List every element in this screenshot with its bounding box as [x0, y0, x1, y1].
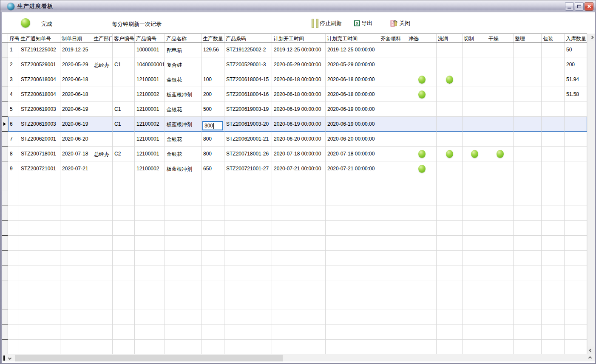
cell-cut[interactable] — [463, 102, 487, 117]
cell-seq[interactable]: 8 — [8, 147, 19, 161]
cell-barcode[interactable]: STZ200718001-26 — [224, 147, 272, 161]
table-row[interactable]: 3STZ2006180042020-06-1812100001金银花100STZ… — [2, 72, 587, 87]
cell-plan_start[interactable]: 2020-06-20 00:00:00 — [272, 132, 326, 147]
empty-row[interactable] — [2, 191, 587, 206]
cell-cut[interactable] — [463, 147, 487, 161]
cell-inbound_qty[interactable] — [565, 161, 587, 176]
cell-order_date[interactable]: 2020-07-18 — [60, 147, 92, 161]
scroll-up-button[interactable] — [587, 34, 595, 41]
cell-order_date[interactable]: 2019-12-25 — [60, 42, 92, 57]
cell-wash[interactable] — [437, 132, 463, 147]
cell-inbound_qty[interactable]: 50 — [565, 42, 587, 57]
empty-row[interactable] — [2, 280, 587, 295]
table-row[interactable]: 6STZ2006190032020-06-19C112100002板蓝根冲剂30… — [2, 117, 587, 132]
cell-order_date[interactable]: 2020-06-18 — [60, 87, 92, 102]
cell-plan_finish[interactable]: 2020-06-20 00:00:00 — [326, 132, 379, 147]
cell-pack[interactable] — [542, 57, 565, 72]
cell-qty[interactable]: 500 — [202, 102, 224, 117]
close-window-button[interactable]: 关闭 — [390, 17, 410, 29]
cell-inbound_qty[interactable]: 51.58 — [565, 87, 587, 102]
cell-barcode[interactable]: STZ200618004-16 — [224, 87, 272, 102]
cell-plan_start[interactable]: 2020-06-19 00:00:00 — [272, 117, 326, 132]
cell-dept[interactable] — [92, 117, 113, 132]
cell-plan_start[interactable]: 2020-06-18 00:00:00 — [272, 87, 326, 102]
cell-pack[interactable] — [542, 102, 565, 117]
cell-inbound_qty[interactable]: 51.94 — [565, 72, 587, 87]
cell-seq[interactable]: 2 — [8, 57, 19, 72]
cell-plan_start[interactable]: 2020-05-29 00:00:00 — [272, 57, 326, 72]
cell-qty[interactable]: 100 — [202, 72, 224, 87]
cell-product_name[interactable]: 金银花 — [165, 72, 202, 87]
cell-dry[interactable] — [487, 72, 514, 87]
cell-pick[interactable] — [379, 102, 407, 117]
cell-customer[interactable]: C1 — [113, 102, 135, 117]
cell-customer[interactable]: C2 — [113, 147, 135, 161]
cell-product_no[interactable]: 12100002 — [135, 161, 165, 176]
cell-product_no[interactable]: 12100001 — [135, 72, 165, 87]
cell-seq[interactable]: 7 — [8, 132, 19, 147]
cell-product_no[interactable]: 12100002 — [135, 87, 165, 102]
table-row[interactable]: 4STZ2006180042020-06-1812100002板蓝根冲剂200S… — [2, 87, 587, 102]
cell-barcode[interactable]: STZ200620001-21 — [224, 132, 272, 147]
cell-notice_no[interactable]: STZ200620001 — [19, 132, 60, 147]
table-row[interactable]: 1STZ1912250022019-12-2510000001配电箱129.56… — [2, 42, 587, 57]
cell-pack[interactable] — [542, 72, 565, 87]
cell-product_no[interactable]: 10000001 — [135, 42, 165, 57]
empty-row[interactable] — [2, 206, 587, 221]
column-header-customer[interactable]: 客户编号 — [113, 34, 135, 42]
cell-barcode[interactable]: STZ200529001-3 — [224, 57, 272, 72]
cell-arrange[interactable] — [514, 161, 542, 176]
cell-qty[interactable]: 300 — [202, 117, 224, 132]
cell-cut[interactable] — [463, 42, 487, 57]
cell-dept[interactable] — [92, 161, 113, 176]
cell-plan_start[interactable]: 2020-07-18 00:00:00 — [272, 147, 326, 161]
column-header-cut[interactable]: 切制 — [463, 34, 487, 42]
cell-inbound_qty[interactable] — [565, 117, 587, 132]
cell-inbound_qty[interactable] — [565, 132, 587, 147]
cell-seq[interactable]: 3 — [8, 72, 19, 87]
cell-plan_start[interactable]: 2020-06-19 00:00:00 — [272, 102, 326, 117]
cell-customer[interactable] — [113, 161, 135, 176]
cell-product_no[interactable]: 12100002 — [135, 117, 165, 132]
cell-product_no[interactable]: 12100001 — [135, 147, 165, 161]
cell-dry[interactable] — [487, 147, 514, 161]
cell-seq[interactable]: 6 — [8, 117, 19, 132]
table-row[interactable]: 8STZ2007180012020-07-18总经办C212100001金银花8… — [2, 147, 587, 161]
cell-wash[interactable] — [437, 87, 463, 102]
cell-order_date[interactable]: 2020-05-29 — [60, 57, 92, 72]
cell-cut[interactable] — [463, 87, 487, 102]
cell-net_select[interactable] — [407, 117, 437, 132]
qty-edit-input[interactable]: 300 — [202, 121, 223, 130]
cell-barcode[interactable]: STZ200618004-15 — [224, 72, 272, 87]
cell-product_name[interactable]: 金银花 — [165, 102, 202, 117]
empty-row[interactable] — [2, 295, 587, 310]
cell-wash[interactable] — [437, 102, 463, 117]
empty-row[interactable] — [2, 251, 587, 265]
cell-wash[interactable] — [437, 57, 463, 72]
empty-row[interactable] — [2, 325, 587, 340]
cell-order_date[interactable]: 2020-06-20 — [60, 132, 92, 147]
export-button[interactable]: X 导出 — [354, 17, 372, 29]
table-row[interactable]: 5STZ2006190032020-06-19C112100001金银花500S… — [2, 102, 587, 117]
cell-product_name[interactable]: 板蓝根冲剂 — [165, 161, 202, 176]
empty-row[interactable] — [2, 340, 587, 354]
cell-seq[interactable]: 4 — [8, 87, 19, 102]
cell-cut[interactable] — [463, 161, 487, 176]
cell-barcode[interactable]: STZ191225002-2 — [224, 42, 272, 57]
cell-customer[interactable]: C1 — [113, 117, 135, 132]
cell-plan_finish[interactable]: 2019-12-25 00:00:00 — [326, 42, 379, 57]
cell-product_no[interactable]: 12100001 — [135, 132, 165, 147]
cell-pack[interactable] — [542, 132, 565, 147]
table-row[interactable]: 7STZ2006200012020-06-2012100001金银花800STZ… — [2, 132, 587, 147]
cell-plan_finish[interactable]: 2020-06-19 00:00:00 — [326, 117, 379, 132]
cell-customer[interactable] — [113, 72, 135, 87]
cell-order_date[interactable]: 2020-06-19 — [60, 102, 92, 117]
column-header-plan_start[interactable]: 计划开工时间 — [272, 34, 326, 42]
cell-dry[interactable] — [487, 102, 514, 117]
column-header-notice_no[interactable]: 生产通知单号 — [19, 34, 60, 42]
cell-pack[interactable] — [542, 117, 565, 132]
cell-plan_finish[interactable]: 2020-05-29 00:00:00 — [326, 57, 379, 72]
cell-wash[interactable] — [437, 72, 463, 87]
horizontal-scrollbar[interactable] — [2, 354, 595, 361]
empty-row[interactable] — [2, 236, 587, 251]
